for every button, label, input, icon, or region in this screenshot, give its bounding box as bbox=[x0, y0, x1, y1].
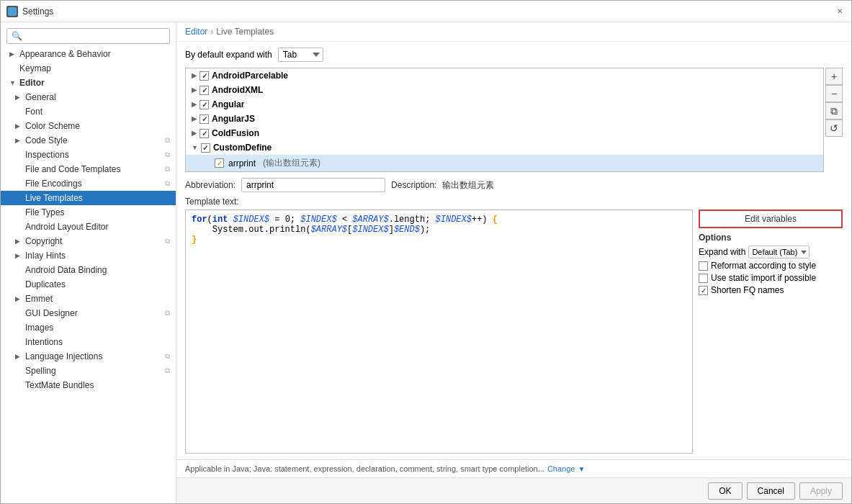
sidebar-item-android-data[interactable]: ▶ Android Data Binding bbox=[1, 263, 176, 277]
reformat-label: Reformat according to style bbox=[711, 261, 816, 271]
cancel-button[interactable]: Cancel bbox=[747, 482, 795, 500]
sidebar-item-file-types[interactable]: ▶ File Types bbox=[1, 205, 176, 220]
expand-arrow: ▶ bbox=[192, 101, 197, 108]
group-label: CustomDefine bbox=[213, 143, 272, 153]
sidebar-item-images[interactable]: ▶ Images bbox=[1, 320, 176, 335]
sidebar-item-emmet[interactable]: ▶ Emmet bbox=[1, 292, 176, 306]
sidebar-item-label: Code Style bbox=[25, 135, 68, 145]
content-area: Editor › Live Templates By default expan… bbox=[176, 22, 851, 503]
sidebar-item-label: File Types bbox=[25, 207, 64, 217]
checkbox-cold-fusion[interactable] bbox=[199, 129, 209, 138]
sidebar-item-color-scheme[interactable]: ▶ Color Scheme bbox=[1, 119, 176, 133]
sidebar-item-language-injections[interactable]: ▶ Language Injections ⧉ bbox=[1, 349, 176, 364]
template-group-angular-js[interactable]: ▶ AngularJS bbox=[186, 112, 823, 126]
copy-icon: ⧉ bbox=[165, 352, 170, 361]
undo-template-button[interactable]: ↺ bbox=[825, 120, 843, 137]
expand-arrow: ▶ bbox=[192, 86, 197, 94]
expand-icon: ▶ bbox=[15, 238, 22, 245]
checkbox-angular-js[interactable] bbox=[199, 114, 209, 124]
group-label: AngularJS bbox=[212, 114, 255, 124]
copy-icon: ⧉ bbox=[165, 136, 170, 145]
breadcrumb-separator: › bbox=[210, 27, 213, 37]
sidebar-item-editor[interactable]: ▼ Editor bbox=[1, 76, 176, 90]
checkbox-angular[interactable] bbox=[199, 100, 209, 109]
shorten-fq-option-row: Shorten FQ names bbox=[699, 285, 843, 295]
breadcrumb: Editor › Live Templates bbox=[176, 22, 851, 42]
expand-arrow: ▼ bbox=[192, 144, 198, 151]
expand-icon: ▶ bbox=[15, 353, 22, 360]
sidebar-item-inspections[interactable]: ▶ Inspections ⧉ bbox=[1, 148, 176, 162]
template-group-angular[interactable]: ▶ Angular bbox=[186, 97, 823, 112]
options-section: Options Expand with Default (Tab) Tab En… bbox=[699, 233, 843, 297]
sidebar-item-android-layout[interactable]: ▶ Android Layout Editor bbox=[1, 220, 176, 234]
apply-button[interactable]: Apply bbox=[799, 482, 843, 500]
copy-template-button[interactable]: ⧉ bbox=[825, 102, 843, 120]
copy-icon: ⧉ bbox=[165, 165, 170, 174]
reformat-checkbox[interactable] bbox=[699, 261, 708, 271]
app-icon bbox=[6, 6, 18, 17]
reformat-option-row: Reformat according to style bbox=[699, 261, 843, 271]
checkbox-custom-define[interactable] bbox=[201, 143, 210, 153]
search-box bbox=[1, 25, 176, 47]
group-label: Angular bbox=[212, 99, 244, 109]
sidebar-item-code-style[interactable]: ▶ Code Style ⧉ bbox=[1, 133, 176, 148]
sidebar-item-general[interactable]: ▶ General bbox=[1, 90, 176, 104]
sidebar-item-label: Emmet bbox=[25, 294, 53, 304]
checkbox-arrprint[interactable] bbox=[215, 158, 224, 168]
sidebar-item-gui-designer[interactable]: ▶ GUI Designer ⧉ bbox=[1, 306, 176, 320]
search-input[interactable] bbox=[6, 28, 170, 44]
template-desc: (输出数组元素) bbox=[263, 157, 320, 169]
svg-rect-0 bbox=[8, 7, 17, 16]
sidebar-item-label: Language Injections bbox=[25, 351, 102, 361]
close-button[interactable]: ✕ bbox=[834, 6, 846, 17]
sidebar-item-label: Android Data Binding bbox=[25, 265, 107, 275]
settings-window: Settings ✕ ▶ Appearance & Behavior ▶ Key… bbox=[0, 0, 852, 504]
change-link[interactable]: Change bbox=[547, 464, 575, 473]
breadcrumb-parent[interactable]: Editor bbox=[185, 27, 207, 37]
sidebar-item-label: TextMate Bundles bbox=[25, 380, 94, 390]
sidebar-item-label: Keymap bbox=[19, 63, 51, 73]
abbreviation-input[interactable] bbox=[241, 178, 385, 192]
sidebar-item-copyright[interactable]: ▶ Copyright ⧉ bbox=[1, 234, 176, 248]
template-group-android-parcelable[interactable]: ▶ AndroidParcelable bbox=[186, 68, 823, 83]
shorten-fq-checkbox[interactable] bbox=[699, 286, 708, 295]
checkbox-android-xml[interactable] bbox=[199, 86, 209, 95]
remove-template-button[interactable]: − bbox=[825, 85, 843, 102]
expand-arrow: ▶ bbox=[192, 130, 197, 137]
sidebar-item-file-code-templates[interactable]: ▶ File and Code Templates ⧉ bbox=[1, 162, 176, 176]
sidebar: ▶ Appearance & Behavior ▶ Keymap ▼ Edito… bbox=[1, 22, 176, 503]
sidebar-item-label: Inspections bbox=[25, 150, 69, 160]
template-item-arrprint[interactable]: arrprint (输出数组元素) bbox=[186, 155, 823, 171]
sidebar-item-duplicates[interactable]: ▶ Duplicates bbox=[1, 277, 176, 292]
sidebar-item-spelling[interactable]: ▶ Spelling ⧉ bbox=[1, 364, 176, 378]
sidebar-item-label: Appearance & Behavior bbox=[19, 49, 111, 59]
expand-icon: ▶ bbox=[15, 122, 22, 130]
sidebar-item-appearance[interactable]: ▶ Appearance & Behavior bbox=[1, 47, 176, 61]
static-import-checkbox[interactable] bbox=[699, 274, 708, 283]
add-template-button[interactable]: + bbox=[825, 68, 843, 85]
sidebar-item-label: Intentions bbox=[25, 337, 63, 347]
template-group-cold-fusion[interactable]: ▶ ColdFusion bbox=[186, 126, 823, 140]
sidebar-item-keymap[interactable]: ▶ Keymap bbox=[1, 61, 176, 76]
sidebar-item-live-templates[interactable]: ▶ Live Templates bbox=[1, 191, 176, 205]
sidebar-item-file-encodings[interactable]: ▶ File Encodings ⧉ bbox=[1, 176, 176, 191]
content-body: By default expand with Tab Enter Space ▶ bbox=[176, 42, 851, 459]
title-bar: Settings ✕ bbox=[1, 1, 851, 22]
template-group-custom-define[interactable]: ▼ CustomDefine bbox=[186, 140, 823, 155]
expand-with-select[interactable]: Tab Enter Space bbox=[278, 48, 323, 62]
sidebar-item-label: General bbox=[25, 92, 56, 102]
code-editor[interactable]: for(int $INDEX$ = 0; $INDEX$ < $ARRAY$.l… bbox=[185, 210, 693, 454]
right-panel: Edit variables Options Expand with Defau… bbox=[699, 210, 843, 454]
sidebar-item-label: Editor bbox=[19, 78, 45, 88]
copy-icon: ⧉ bbox=[165, 366, 170, 375]
sidebar-item-intentions[interactable]: ▶ Intentions bbox=[1, 335, 176, 349]
expand-with-option-select[interactable]: Default (Tab) Tab Enter Space bbox=[748, 246, 810, 258]
applicable-bar: Applicable in Java; Java: statement, exp… bbox=[176, 459, 851, 477]
sidebar-item-inlay-hints[interactable]: ▶ Inlay Hints bbox=[1, 248, 176, 263]
sidebar-item-textmate[interactable]: ▶ TextMate Bundles bbox=[1, 378, 176, 392]
template-group-android-xml[interactable]: ▶ AndroidXML bbox=[186, 83, 823, 97]
checkbox-android-parcelable[interactable] bbox=[199, 71, 209, 81]
ok-button[interactable]: OK bbox=[708, 482, 742, 500]
sidebar-item-font[interactable]: ▶ Font bbox=[1, 104, 176, 119]
edit-variables-button[interactable]: Edit variables bbox=[699, 210, 843, 228]
